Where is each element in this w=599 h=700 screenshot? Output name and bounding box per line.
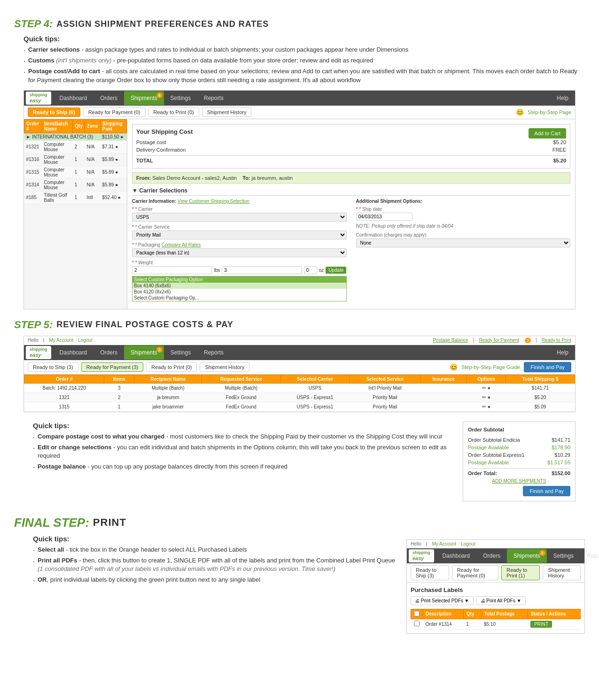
th-carrier: Selected Carrier	[280, 375, 350, 383]
s5-tip-edit: Edit or change selections - you can edit…	[33, 443, 453, 460]
fs-my-account[interactable]: My Account	[432, 541, 456, 546]
weight-oz-input[interactable]	[304, 266, 317, 274]
pkg-option-4[interactable]: Select Custom Packaging Op...	[132, 295, 346, 301]
ship-date-input[interactable]	[356, 213, 412, 221]
nav-shipments[interactable]: Shipments4	[124, 91, 164, 105]
finish-pay-button[interactable]: Finish and Pay	[524, 362, 571, 372]
endicia-label: Order Subtotal Endicia	[468, 437, 520, 443]
nav-dashboard[interactable]: Dashboard	[53, 91, 94, 105]
col-shipping: Shipping Paid	[100, 119, 126, 133]
gear-icon[interactable]: ●	[487, 394, 490, 400]
logout-link[interactable]: Logout	[78, 338, 93, 343]
service-select[interactable]: Priority Mail	[132, 231, 347, 239]
s5-tab-print[interactable]: Ready to Print (0)	[146, 362, 197, 372]
nav-settings[interactable]: Settings	[164, 91, 197, 105]
fs-tab-ship[interactable]: Ready to Ship (3)	[411, 565, 449, 580]
step5-nav-items: Dashboard Orders Shipments3 Settings Rep…	[53, 346, 551, 360]
tip-postage-bold: Postage cost/Add to cart	[28, 68, 100, 75]
pkg-option-3[interactable]: Box 4120 (8x2x6)	[132, 289, 346, 295]
edit-icon[interactable]: ✏	[482, 385, 486, 391]
carrier-select[interactable]: USPS	[132, 213, 347, 222]
pkg-option-2[interactable]: Box 4140 (6x8x6)	[132, 283, 346, 289]
tip-customs-text: - pre-populated forms based on data avai…	[111, 57, 373, 64]
tab-ready-payment[interactable]: Ready for Payment (0)	[83, 108, 146, 117]
final-tips-list: Select all - tick the box in the Orange …	[33, 546, 397, 585]
total-label: TOTAL	[136, 158, 153, 163]
print-label-button[interactable]: PRINT	[530, 621, 552, 628]
fs-nav-shipments[interactable]: Shipments3	[507, 549, 547, 563]
packaging-select[interactable]: Package (less than 12 in)	[132, 248, 347, 257]
s5-tab-ship[interactable]: Ready to Ship (3)	[28, 362, 78, 372]
tip-customs-italic: (int'l shipments only)	[54, 57, 112, 64]
col-zone: Zone	[85, 119, 100, 133]
ready-payment-link[interactable]: Ready for Payment	[479, 338, 519, 343]
add-to-cart-button[interactable]: Add to Cart	[529, 128, 566, 138]
s5-nav-help[interactable]: Help	[550, 346, 575, 360]
s5-step-guide[interactable]: Step-by-Step Page Guide	[461, 364, 520, 370]
fs-tab-print[interactable]: Ready to Print (1)	[501, 565, 540, 580]
table-row: #1321 Computer Mouse 2 N/A $7.31 ●	[24, 140, 127, 153]
step4-nav-items: Dashboard Orders Shipments4 Settings Rep…	[53, 91, 551, 105]
fs-tab-history[interactable]: Shipment History	[543, 565, 581, 580]
print-selected-button[interactable]: 🖨 Print Selected PDFs ▼	[411, 596, 474, 605]
gear-icon[interactable]: ●	[487, 385, 490, 391]
pkg-option-1[interactable]: Select Custom Packaging Option	[132, 277, 346, 283]
th-order: Order #	[24, 375, 104, 383]
weight-lbs-input[interactable]	[132, 266, 212, 274]
pkg-options-list: Select Custom Packaging Option Box 4140 …	[132, 276, 347, 301]
fs-nav-dashboard[interactable]: Dashboard	[436, 549, 477, 563]
postage-balance-link[interactable]: Postage Balance	[433, 338, 468, 343]
labels-table: Description Qty Total Postage Status / A…	[411, 609, 581, 630]
total-value: $5.20	[553, 158, 566, 163]
fs-nav-settings[interactable]: Settings	[547, 549, 580, 563]
finish-pay-button-2[interactable]: Finish and Pay	[523, 486, 570, 496]
tab-ready-print[interactable]: Ready to Print (0)	[148, 108, 199, 117]
edit-icon[interactable]: ✏	[482, 394, 486, 400]
pickup-note: NOTE: Pickup only offered if ship date i…	[356, 223, 571, 229]
confirmation-select[interactable]: None	[356, 238, 571, 247]
nav-orders[interactable]: Orders	[93, 91, 124, 105]
from-label: From:	[136, 175, 151, 181]
fs-nav-orders[interactable]: Orders	[476, 549, 507, 563]
gear-icon[interactable]: ●	[487, 404, 490, 409]
add-more-shipments-link[interactable]: ADD MORE SHIPMENTS	[468, 478, 570, 484]
update-weight-button[interactable]: Update	[326, 267, 346, 274]
from-value: Sales Demo Account - sales2, Austin	[152, 175, 237, 181]
hello-text: Hello	[28, 338, 39, 343]
th-checkbox	[411, 609, 423, 619]
s5-nav-dashboard[interactable]: Dashboard	[53, 346, 94, 360]
s5-nav-settings[interactable]: Settings	[164, 346, 197, 360]
shipping-cost-title: Your Shipping Cost	[136, 128, 193, 135]
print-all-button[interactable]: 🖨 Print All PDFs ▼	[476, 596, 526, 605]
s5-tab-payment[interactable]: Ready for Payment (3)	[81, 362, 144, 372]
s5-tab-history[interactable]: Shipment History	[200, 362, 249, 372]
tip-customs-bold: Customs	[28, 57, 54, 64]
tip-postage: Postage cost/Add to cart - all costs are…	[23, 67, 585, 84]
view-customer-link[interactable]: View Customer Shipping Selection	[178, 199, 249, 204]
step-guide-link[interactable]: Step-by-Step Page	[528, 109, 571, 115]
s5-nav-orders[interactable]: Orders	[93, 346, 124, 360]
fs-logout[interactable]: Logout	[461, 541, 475, 546]
tab-shipment-history[interactable]: Shipment History	[202, 108, 252, 117]
s5-nav-reports[interactable]: Reports	[197, 346, 230, 360]
s5-tip-edit-bold: Edit or change selections	[38, 444, 112, 451]
nav-help[interactable]: Help	[550, 91, 575, 105]
my-account-link[interactable]: My Account	[49, 338, 73, 343]
select-all-checkbox[interactable]	[414, 611, 420, 616]
step5-body: Quick tips: Compare postage cost to what…	[23, 422, 576, 501]
weight-lbs2-input[interactable]	[222, 266, 302, 274]
col-order: Order #	[24, 119, 42, 133]
tab-ready-ship[interactable]: Ready to Ship (6)	[28, 108, 80, 117]
row-checkbox[interactable]	[414, 621, 420, 626]
postage2-avail-value: $1,517.55	[547, 460, 570, 465]
fs-tab-payment[interactable]: Ready for Payment (0)	[452, 565, 498, 580]
fs-nav-reports[interactable]: Reports	[580, 549, 599, 563]
ready-print-link[interactable]: Ready to Print	[542, 338, 571, 343]
subtotal-finish-pay: Finish and Pay	[468, 486, 570, 496]
nav-reports[interactable]: Reports	[197, 91, 230, 105]
compare-rates-link[interactable]: Compare All Rates	[162, 242, 201, 247]
th-total: Total Shipping $	[506, 375, 575, 383]
edit-icon[interactable]: ✏	[482, 404, 486, 409]
col-qty: Qty	[73, 119, 85, 133]
s5-nav-shipments[interactable]: Shipments3	[124, 346, 164, 360]
